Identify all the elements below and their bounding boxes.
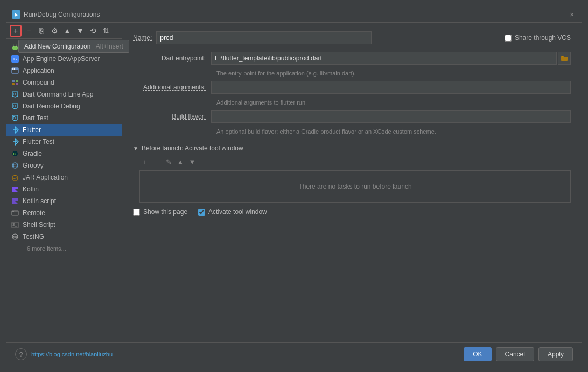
flutter-icon [11,126,19,134]
kotlin-icon [11,185,19,194]
share-vcs-label: Share through VCS [515,34,571,42]
svg-point-9 [14,68,15,70]
list-item[interactable]: G App Engine DevAppServer [6,53,122,65]
svg-text:D: D [13,104,16,108]
shell-icon: $_ [11,221,19,229]
left-panel: + − ⎘ ⚙ ▲ ▼ ⟲ ⇅ Add New Configuration Al… [6,23,122,342]
dart-icon: D [11,90,19,99]
list-item-label: Dart Command Line App [23,91,93,98]
before-launch-arrow[interactable]: ▼ [133,146,138,151]
svg-text:D: D [13,116,16,120]
restore-defaults-button[interactable]: ⟲ [87,25,99,37]
move-up-button[interactable]: ▲ [61,25,73,37]
dialog-footer: ? https://blog.csdn.net/bianliuzhu OK Ca… [6,342,582,366]
additional-args-input[interactable] [211,81,571,94]
list-item[interactable]: Compound [6,77,122,88]
build-flavor-input[interactable] [211,110,571,123]
add-config-button[interactable]: + [10,25,22,37]
build-flavor-label: Build flavor: [133,113,211,120]
list-item-label: Kotlin script [23,197,56,205]
gradle-icon: G [11,149,19,158]
show-page-checkbox[interactable] [133,209,140,216]
show-page-label: Show this page [143,208,187,216]
list-item-label: Compound [23,79,54,86]
launch-move-down-button[interactable]: ▼ [187,156,198,167]
sort-button[interactable]: ⇅ [100,25,112,37]
more-items[interactable]: 6 more items... [6,243,122,254]
list-item-flutter[interactable]: Flutter [6,124,122,136]
list-item[interactable]: Flutter Test [6,136,122,148]
list-item[interactable]: D Dart Test [6,112,122,124]
dart-entrypoint-input[interactable] [211,52,557,65]
additional-args-row: Additional arguments: [133,81,571,94]
list-item[interactable]: $_ Shell Script [6,219,122,231]
dart-entrypoint-hint: The entry-point for the application (e.g… [216,70,571,77]
launch-add-button[interactable]: + [139,156,150,167]
config-list: Android Suite G App Engine DevAppServer … [6,39,122,342]
flutter-test-icon [11,137,19,146]
footer-url: https://blog.csdn.net/bianliuzhu [31,351,113,357]
dart-remote-icon: D [11,102,19,111]
launch-empty-area: There are no tasks to run before launch [139,170,571,203]
list-item[interactable]: D Dart Remote Debug [6,100,122,112]
list-item[interactable]: Remote [6,207,122,219]
list-item[interactable]: D Dart Command Line App [6,88,122,100]
svg-point-2 [13,46,15,47]
list-item[interactable]: Kotlin script [6,195,122,207]
list-item[interactable]: G Groovy [6,160,122,171]
list-item-label: App Engine DevAppServer [23,55,100,63]
list-item[interactable]: G Gradle [6,148,122,160]
apply-button[interactable]: Apply [538,347,573,361]
settings-config-button[interactable]: ⚙ [48,25,60,37]
ok-button[interactable]: OK [464,347,491,361]
title-bar-left: ▶ Run/Debug Configurations [12,10,100,19]
activate-tool-window-label: Activate tool window [208,208,267,216]
additional-args-hint: Additional arguments to flutter run. [216,99,571,106]
copy-config-button[interactable]: ⎘ [36,25,47,37]
list-item[interactable]: JAR JAR Application [6,171,122,183]
dialog-icon: ▶ [12,10,20,19]
build-flavor-hint: An optional build flavor; either a Gradl… [216,128,571,135]
tooltip-shortcut: Alt+Insert [96,43,122,50]
build-flavor-row: Build flavor: [133,110,571,123]
list-item-label: Groovy [23,162,44,169]
list-item[interactable]: Kotlin [6,183,122,195]
help-button[interactable]: ? [15,348,27,360]
name-row: Name: [133,31,372,44]
launch-remove-button[interactable]: − [151,156,162,167]
list-item[interactable]: Application [6,65,122,77]
dart-entrypoint-browse-button[interactable] [558,52,571,65]
dialog-title: Run/Debug Configurations [24,11,100,18]
dart-test-icon: D [11,114,19,122]
name-input[interactable] [156,31,372,44]
svg-line-5 [17,44,17,45]
svg-point-3 [16,46,17,47]
name-label: Name: [133,34,152,42]
remove-config-button[interactable]: − [23,25,34,37]
svg-point-32 [13,211,14,212]
list-item[interactable]: NG TestNG [6,231,122,243]
svg-point-8 [12,68,13,70]
activate-tool-window-checkbox[interactable] [198,209,205,216]
remote-icon [11,209,19,217]
share-vcs-checkbox[interactable] [505,35,512,42]
svg-text:$_: $_ [12,222,17,227]
additional-args-label: Additional arguments: [133,84,211,91]
add-new-config-tooltip: Add New Configuration Alt+Insert [18,40,122,53]
svg-rect-12 [12,83,15,85]
share-vcs-row: Share through VCS [505,34,571,42]
svg-marker-29 [12,198,18,204]
svg-marker-28 [12,187,18,192]
svg-rect-13 [16,83,18,85]
svg-rect-38 [561,56,564,57]
cancel-button[interactable]: Cancel [496,347,534,361]
svg-line-4 [13,44,13,45]
groovy-icon: G [11,161,19,170]
launch-move-up-button[interactable]: ▲ [175,156,186,167]
run-debug-dialog: ▶ Run/Debug Configurations × + − ⎘ ⚙ ▲ ▼… [6,6,582,366]
launch-edit-button[interactable]: ✎ [163,156,174,167]
move-down-button[interactable]: ▼ [74,25,86,37]
svg-text:G: G [13,163,17,168]
close-button[interactable]: × [568,10,576,19]
config-toolbar: + − ⎘ ⚙ ▲ ▼ ⟲ ⇅ [6,23,122,39]
